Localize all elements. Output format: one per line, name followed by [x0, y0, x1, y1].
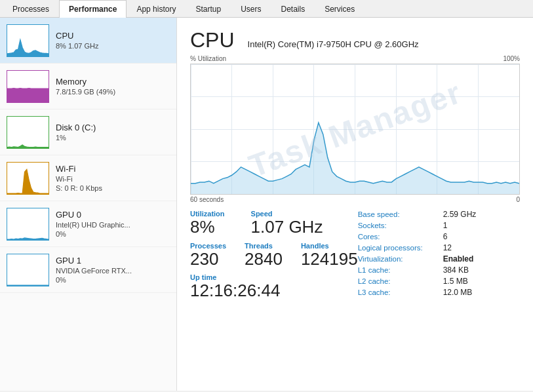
sidebar-gpu0-sub2: 0% [56, 230, 130, 238]
sidebar-wifi-sub1: Wi-Fi [56, 175, 102, 183]
sidebar-cpu-name: CPU [56, 31, 98, 41]
spec-value: 6 [443, 232, 448, 241]
resource-name: CPU [190, 28, 235, 52]
chart-labels: % Utilization 100% [190, 55, 520, 62]
spec-key: Logical processors: [358, 244, 443, 252]
sidebar-gpu1-sub2: 0% [56, 276, 132, 284]
spec-row: Cores:6 [358, 232, 520, 241]
spec-row: Sockets:1 [358, 221, 520, 230]
tab-details[interactable]: Details [271, 0, 315, 18]
spec-value: Enabled [443, 254, 474, 264]
stat-uptime: Up time 12:16:26:44 [190, 273, 358, 300]
sidebar-memory-sub: 7.8/15.9 GB (49%) [56, 88, 115, 96]
stat-speed: Speed 1.07 GHz [251, 210, 323, 237]
tab-startup[interactable]: Startup [186, 0, 231, 18]
cpu-thumb [7, 24, 49, 57]
sidebar-gpu0-sub1: Intel(R) UHD Graphic... [56, 221, 130, 229]
sidebar-item-memory[interactable]: Memory 7.8/15.9 GB (49%) [0, 64, 176, 109]
processes-label: Processes [190, 242, 226, 250]
stats-row1: Utilization 8% Speed 1.07 GHz [190, 210, 358, 237]
speed-value: 1.07 GHz [251, 218, 323, 237]
specs-panel: Base speed:2.59 GHzSockets:1Cores:6Logic… [358, 210, 520, 300]
chart-label-left: % Utilization [190, 55, 226, 62]
right-header: CPU Intel(R) Core(TM) i7-9750H CPU @ 2.6… [190, 28, 520, 52]
threads-label: Threads [245, 242, 283, 250]
handles-value: 124195 [301, 250, 358, 269]
spec-row: L2 cache:1.5 MB [358, 277, 520, 286]
utilization-value: 8% [190, 218, 225, 237]
chart-label-right: 100% [503, 55, 520, 62]
handles-label: Handles [301, 242, 358, 250]
spec-row: Base speed:2.59 GHz [358, 210, 520, 219]
sidebar-item-gpu0[interactable]: GPU 0 Intel(R) UHD Graphic... 0% [0, 201, 176, 247]
spec-row: L1 cache:384 KB [358, 265, 520, 275]
spec-value: 12.0 MB [443, 288, 473, 297]
stat-handles: Handles 124195 [301, 242, 358, 269]
sidebar-gpu1-sub1: NVIDIA GeForce RTX... [56, 267, 132, 275]
processes-value: 230 [190, 250, 226, 269]
spec-key: Sockets: [358, 222, 443, 229]
sidebar-disk-sub: 1% [56, 134, 96, 142]
spec-key: L2 cache: [358, 277, 443, 285]
sidebar: CPU 8% 1.07 GHz Memory 7.8/15.9 GB (49%)… [0, 18, 177, 391]
cpu-chart: Task Manager [190, 64, 520, 195]
stat-processes: Processes 230 [190, 242, 226, 269]
spec-row: Logical processors:12 [358, 243, 520, 252]
tab-bar: Processes Performance App history Startu… [0, 0, 533, 18]
spec-value: 2.59 GHz [443, 210, 477, 219]
sidebar-gpu1-name: GPU 1 [56, 256, 132, 265]
spec-value: 1.5 MB [443, 277, 468, 286]
stats-row2: Processes 230 Threads 2840 Handles 12419… [190, 242, 358, 269]
spec-key: L3 cache: [358, 288, 443, 296]
main-layout: CPU 8% 1.07 GHz Memory 7.8/15.9 GB (49%)… [0, 18, 533, 391]
sidebar-item-disk[interactable]: Disk 0 (C:) 1% [0, 109, 176, 155]
spec-value: 1 [443, 221, 448, 230]
sidebar-item-cpu[interactable]: CPU 8% 1.07 GHz [0, 18, 176, 64]
spec-value: 12 [443, 243, 452, 252]
stat-threads: Threads 2840 [245, 242, 283, 269]
sidebar-wifi-sub2: S: 0 R: 0 Kbps [56, 184, 102, 192]
spec-key: L1 cache: [358, 266, 443, 274]
chart-time-right: 0 [516, 196, 520, 203]
sidebar-gpu0-name: GPU 0 [56, 210, 130, 220]
wifi-thumb [7, 162, 49, 195]
sidebar-disk-name: Disk 0 (C:) [56, 123, 96, 132]
sidebar-wifi-name: Wi-Fi [56, 164, 102, 174]
tab-apphistory[interactable]: App history [127, 0, 186, 18]
uptime-value: 12:16:26:44 [190, 281, 358, 300]
chart-time-labels: 60 seconds 0 [190, 196, 520, 203]
sidebar-cpu-sub: 8% 1.07 GHz [56, 42, 98, 50]
tab-performance[interactable]: Performance [59, 0, 127, 18]
right-panel: CPU Intel(R) Core(TM) i7-9750H CPU @ 2.6… [177, 18, 533, 391]
spec-row: L3 cache:12.0 MB [358, 288, 520, 297]
spec-key: Base speed: [358, 210, 443, 218]
spec-key: Virtualization: [358, 255, 443, 263]
spec-row: Virtualization:Enabled [358, 254, 520, 264]
spec-value: 384 KB [443, 265, 469, 275]
sidebar-item-gpu1[interactable]: GPU 1 NVIDIA GeForce RTX... 0% [0, 247, 176, 293]
stat-utilization: Utilization 8% [190, 210, 225, 237]
tab-processes[interactable]: Processes [3, 0, 59, 18]
cpu-model: Intel(R) Core(TM) i7-9750H CPU @ 2.60GHz [248, 39, 419, 49]
sidebar-memory-name: Memory [56, 77, 115, 87]
tab-users[interactable]: Users [231, 0, 271, 18]
memory-thumb [7, 70, 49, 103]
gpu0-thumb [7, 208, 49, 241]
disk-thumb [7, 116, 49, 149]
gpu1-thumb [7, 254, 49, 286]
tab-services[interactable]: Services [315, 0, 365, 18]
spec-key: Cores: [358, 233, 443, 241]
sidebar-item-wifi[interactable]: Wi-Fi Wi-Fi S: 0 R: 0 Kbps [0, 155, 176, 201]
threads-value: 2840 [245, 250, 283, 269]
chart-time-left: 60 seconds [190, 196, 224, 203]
